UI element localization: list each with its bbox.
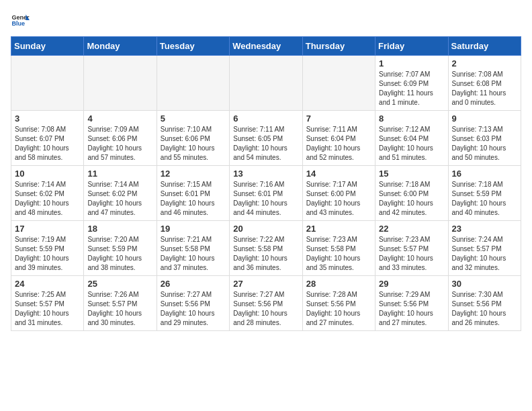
calendar-week-row: 3Sunrise: 7:08 AM Sunset: 6:07 PM Daylig… [11,111,521,166]
calendar-cell: 15Sunrise: 7:18 AM Sunset: 6:00 PM Dayli… [375,166,448,221]
day-info: Sunrise: 7:12 AM Sunset: 6:04 PM Dayligh… [379,125,444,163]
logo: General Blue [11,11,30,30]
day-info: Sunrise: 7:14 AM Sunset: 6:02 PM Dayligh… [15,180,80,218]
calendar-cell: 21Sunrise: 7:23 AM Sunset: 5:58 PM Dayli… [302,221,375,276]
calendar-cell: 19Sunrise: 7:21 AM Sunset: 5:58 PM Dayli… [157,221,229,276]
weekday-header: Monday [84,37,157,56]
day-number: 14 [306,169,371,179]
day-number: 29 [379,279,444,289]
day-number: 9 [452,113,517,124]
calendar-cell [11,56,84,111]
day-number: 21 [306,224,371,234]
day-info: Sunrise: 7:11 AM Sunset: 6:05 PM Dayligh… [233,125,298,163]
calendar-cell: 18Sunrise: 7:20 AM Sunset: 5:59 PM Dayli… [84,221,157,276]
day-number: 26 [161,279,226,289]
day-info: Sunrise: 7:17 AM Sunset: 6:00 PM Dayligh… [306,180,371,218]
day-number: 17 [15,224,80,234]
day-number: 28 [306,279,371,289]
day-number: 15 [379,169,444,179]
calendar-cell [157,56,229,111]
calendar-cell: 12Sunrise: 7:15 AM Sunset: 6:01 PM Dayli… [157,166,229,221]
weekday-header: Sunday [11,37,84,56]
weekday-header-row: SundayMondayTuesdayWednesdayThursdayFrid… [11,37,521,56]
calendar-cell: 29Sunrise: 7:29 AM Sunset: 5:56 PM Dayli… [375,276,448,331]
weekday-header: Friday [375,37,448,56]
calendar-cell: 16Sunrise: 7:18 AM Sunset: 5:59 PM Dayli… [448,166,521,221]
day-info: Sunrise: 7:30 AM Sunset: 5:56 PM Dayligh… [452,290,517,328]
weekday-header: Tuesday [157,37,229,56]
calendar-week-row: 24Sunrise: 7:25 AM Sunset: 5:57 PM Dayli… [11,276,521,331]
day-info: Sunrise: 7:20 AM Sunset: 5:59 PM Dayligh… [87,235,152,273]
day-info: Sunrise: 7:21 AM Sunset: 5:58 PM Dayligh… [161,235,226,273]
day-number: 1 [379,58,444,68]
day-number: 7 [306,113,371,124]
day-info: Sunrise: 7:29 AM Sunset: 5:56 PM Dayligh… [379,290,444,328]
calendar-cell: 13Sunrise: 7:16 AM Sunset: 6:01 PM Dayli… [230,166,302,221]
day-number: 4 [87,113,152,124]
day-info: Sunrise: 7:27 AM Sunset: 5:56 PM Dayligh… [161,290,226,328]
day-number: 10 [15,169,80,179]
day-number: 20 [233,224,298,234]
day-info: Sunrise: 7:08 AM Sunset: 6:07 PM Dayligh… [15,125,80,163]
day-number: 6 [233,113,298,124]
calendar-cell [230,56,302,111]
day-number: 19 [161,224,226,234]
calendar-cell: 6Sunrise: 7:11 AM Sunset: 6:05 PM Daylig… [230,111,302,166]
header: General Blue [11,11,521,30]
day-info: Sunrise: 7:11 AM Sunset: 6:04 PM Dayligh… [306,125,371,163]
day-info: Sunrise: 7:22 AM Sunset: 5:58 PM Dayligh… [233,235,298,273]
calendar-week-row: 17Sunrise: 7:19 AM Sunset: 5:59 PM Dayli… [11,221,521,276]
calendar: SundayMondayTuesdayWednesdayThursdayFrid… [11,36,521,331]
calendar-cell: 22Sunrise: 7:23 AM Sunset: 5:57 PM Dayli… [375,221,448,276]
calendar-cell: 28Sunrise: 7:28 AM Sunset: 5:56 PM Dayli… [302,276,375,331]
day-number: 18 [87,224,152,234]
logo-icon: General Blue [11,11,30,30]
day-number: 5 [161,113,226,124]
day-number: 23 [452,224,517,234]
day-info: Sunrise: 7:24 AM Sunset: 5:57 PM Dayligh… [452,235,517,273]
calendar-cell: 14Sunrise: 7:17 AM Sunset: 6:00 PM Dayli… [302,166,375,221]
calendar-cell: 9Sunrise: 7:13 AM Sunset: 6:03 PM Daylig… [448,111,521,166]
day-number: 11 [87,169,152,179]
calendar-week-row: 1Sunrise: 7:07 AM Sunset: 6:09 PM Daylig… [11,56,521,111]
calendar-cell: 11Sunrise: 7:14 AM Sunset: 6:02 PM Dayli… [84,166,157,221]
calendar-cell: 5Sunrise: 7:10 AM Sunset: 6:06 PM Daylig… [157,111,229,166]
calendar-cell: 4Sunrise: 7:09 AM Sunset: 6:06 PM Daylig… [84,111,157,166]
day-info: Sunrise: 7:18 AM Sunset: 5:59 PM Dayligh… [452,180,517,218]
weekday-header: Saturday [448,37,521,56]
calendar-week-row: 10Sunrise: 7:14 AM Sunset: 6:02 PM Dayli… [11,166,521,221]
day-info: Sunrise: 7:23 AM Sunset: 5:57 PM Dayligh… [379,235,444,273]
day-number: 27 [233,279,298,289]
day-info: Sunrise: 7:19 AM Sunset: 5:59 PM Dayligh… [15,235,80,273]
calendar-cell [302,56,375,111]
calendar-cell: 25Sunrise: 7:26 AM Sunset: 5:57 PM Dayli… [84,276,157,331]
day-info: Sunrise: 7:25 AM Sunset: 5:57 PM Dayligh… [15,290,80,328]
calendar-cell: 3Sunrise: 7:08 AM Sunset: 6:07 PM Daylig… [11,111,84,166]
day-number: 8 [379,113,444,124]
day-info: Sunrise: 7:09 AM Sunset: 6:06 PM Dayligh… [87,125,152,163]
day-number: 24 [15,279,80,289]
day-info: Sunrise: 7:27 AM Sunset: 5:56 PM Dayligh… [233,290,298,328]
day-info: Sunrise: 7:18 AM Sunset: 6:00 PM Dayligh… [379,180,444,218]
calendar-cell: 7Sunrise: 7:11 AM Sunset: 6:04 PM Daylig… [302,111,375,166]
calendar-cell: 30Sunrise: 7:30 AM Sunset: 5:56 PM Dayli… [448,276,521,331]
day-info: Sunrise: 7:14 AM Sunset: 6:02 PM Dayligh… [87,180,152,218]
calendar-cell: 2Sunrise: 7:08 AM Sunset: 6:08 PM Daylig… [448,56,521,111]
day-info: Sunrise: 7:07 AM Sunset: 6:09 PM Dayligh… [379,70,444,107]
day-info: Sunrise: 7:26 AM Sunset: 5:57 PM Dayligh… [87,290,152,328]
day-number: 30 [452,279,517,289]
day-number: 3 [15,113,80,124]
day-info: Sunrise: 7:15 AM Sunset: 6:01 PM Dayligh… [161,180,226,218]
calendar-cell: 8Sunrise: 7:12 AM Sunset: 6:04 PM Daylig… [375,111,448,166]
day-number: 12 [161,169,226,179]
weekday-header: Thursday [302,37,375,56]
day-info: Sunrise: 7:16 AM Sunset: 6:01 PM Dayligh… [233,180,298,218]
calendar-cell: 1Sunrise: 7:07 AM Sunset: 6:09 PM Daylig… [375,56,448,111]
day-number: 13 [233,169,298,179]
day-number: 2 [452,58,517,68]
svg-text:Blue: Blue [11,20,25,27]
calendar-cell: 17Sunrise: 7:19 AM Sunset: 5:59 PM Dayli… [11,221,84,276]
calendar-cell: 24Sunrise: 7:25 AM Sunset: 5:57 PM Dayli… [11,276,84,331]
day-info: Sunrise: 7:13 AM Sunset: 6:03 PM Dayligh… [452,125,517,163]
calendar-cell: 26Sunrise: 7:27 AM Sunset: 5:56 PM Dayli… [157,276,229,331]
